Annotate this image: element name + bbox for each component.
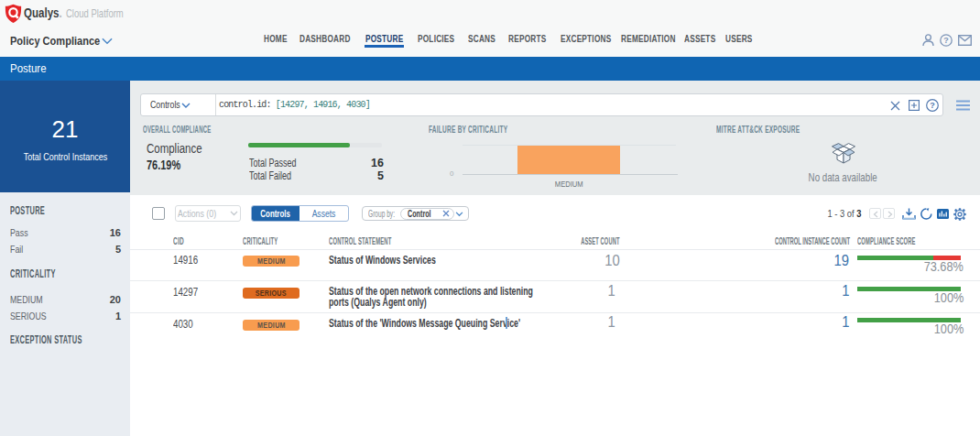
svg-text:?: ? bbox=[930, 101, 935, 110]
svg-text:?: ? bbox=[943, 36, 949, 45]
